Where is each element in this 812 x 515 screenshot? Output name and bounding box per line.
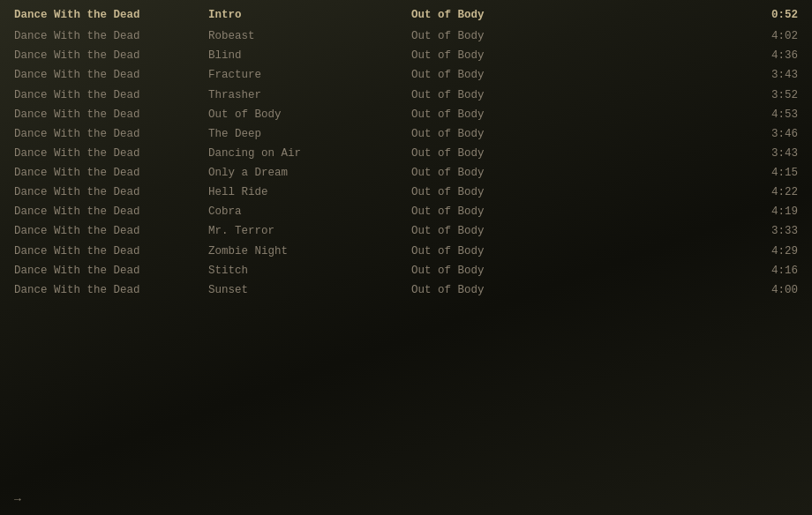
track-row[interactable]: Dance With the DeadThe DeepOut of Body3:… [0,124,812,144]
track-list: Dance With the Dead Intro Out of Body 0:… [0,0,812,300]
track-title: Cobra [208,204,411,220]
track-artist: Dance With the Dead [14,204,208,220]
track-row[interactable]: Dance With the DeadHell RideOut of Body4… [0,183,812,202]
track-duration: 4:19 [570,204,798,220]
track-title: Stitch [208,263,411,279]
header-artist: Dance With the Dead [14,7,208,23]
track-list-header: Dance With the Dead Intro Out of Body 0:… [0,0,812,26]
track-title: Dancing on Air [208,146,411,161]
track-title: Only a Dream [208,165,411,181]
track-album: Out of Body [411,146,570,161]
track-album: Out of Body [411,204,570,220]
track-title: Zombie Night [208,243,411,259]
track-duration: 4:15 [570,165,798,181]
track-album: Out of Body [411,282,570,298]
track-album: Out of Body [411,223,570,239]
track-album: Out of Body [411,87,570,103]
track-duration: 4:00 [570,282,798,298]
track-artist: Dance With the Dead [14,165,208,181]
track-duration: 4:16 [570,263,798,279]
track-artist: Dance With the Dead [14,263,208,279]
track-artist: Dance With the Dead [14,146,208,161]
track-artist: Dance With the Dead [14,126,208,142]
header-title: Intro [208,7,411,23]
track-album: Out of Body [411,165,570,181]
track-artist: Dance With the Dead [14,28,208,44]
track-duration: 3:43 [570,146,798,161]
header-album: Out of Body [411,7,570,23]
track-title: Sunset [208,282,411,298]
track-row[interactable]: Dance With the DeadRobeastOut of Body4:0… [0,26,812,46]
track-album: Out of Body [411,184,570,200]
track-album: Out of Body [411,126,570,142]
track-duration: 4:29 [570,243,798,259]
track-artist: Dance With the Dead [14,223,208,239]
track-row[interactable]: Dance With the DeadFractureOut of Body3:… [0,65,812,85]
track-album: Out of Body [411,107,570,123]
bottom-arrow: → [14,493,21,506]
track-title: Mr. Terror [208,223,411,239]
track-title: Out of Body [208,107,411,123]
track-title: Fracture [208,67,411,83]
track-title: Blind [208,48,411,63]
track-duration: 4:02 [570,28,798,44]
track-title: Hell Ride [208,184,411,200]
track-duration: 3:52 [570,87,798,103]
track-row[interactable]: Dance With the DeadThrasherOut of Body3:… [0,86,812,105]
track-artist: Dance With the Dead [14,184,208,200]
track-album: Out of Body [411,67,570,83]
track-row[interactable]: Dance With the DeadDancing on AirOut of … [0,144,812,163]
track-duration: 3:33 [570,223,798,239]
track-album: Out of Body [411,48,570,63]
track-title: Thrasher [208,87,411,103]
track-artist: Dance With the Dead [14,87,208,103]
track-duration: 4:22 [570,184,798,200]
track-row[interactable]: Dance With the DeadSunsetOut of Body4:00 [0,280,812,300]
track-artist: Dance With the Dead [14,243,208,259]
track-row[interactable]: Dance With the DeadOnly a DreamOut of Bo… [0,163,812,183]
track-album: Out of Body [411,28,570,44]
track-title: The Deep [208,126,411,142]
track-artist: Dance With the Dead [14,107,208,123]
header-duration: 0:52 [570,7,798,23]
track-duration: 3:43 [570,67,798,83]
track-row[interactable]: Dance With the DeadStitchOut of Body4:16 [0,261,812,280]
track-duration: 4:36 [570,48,798,63]
track-row[interactable]: Dance With the DeadBlindOut of Body4:36 [0,46,812,65]
track-album: Out of Body [411,263,570,279]
track-row[interactable]: Dance With the DeadOut of BodyOut of Bod… [0,105,812,124]
track-duration: 4:53 [570,107,798,123]
track-row[interactable]: Dance With the DeadMr. TerrorOut of Body… [0,221,812,241]
track-title: Robeast [208,28,411,44]
track-duration: 3:46 [570,126,798,142]
track-row[interactable]: Dance With the DeadCobraOut of Body4:19 [0,202,812,221]
track-artist: Dance With the Dead [14,282,208,298]
track-album: Out of Body [411,243,570,259]
track-artist: Dance With the Dead [14,48,208,63]
track-artist: Dance With the Dead [14,67,208,83]
track-row[interactable]: Dance With the DeadZombie NightOut of Bo… [0,242,812,261]
